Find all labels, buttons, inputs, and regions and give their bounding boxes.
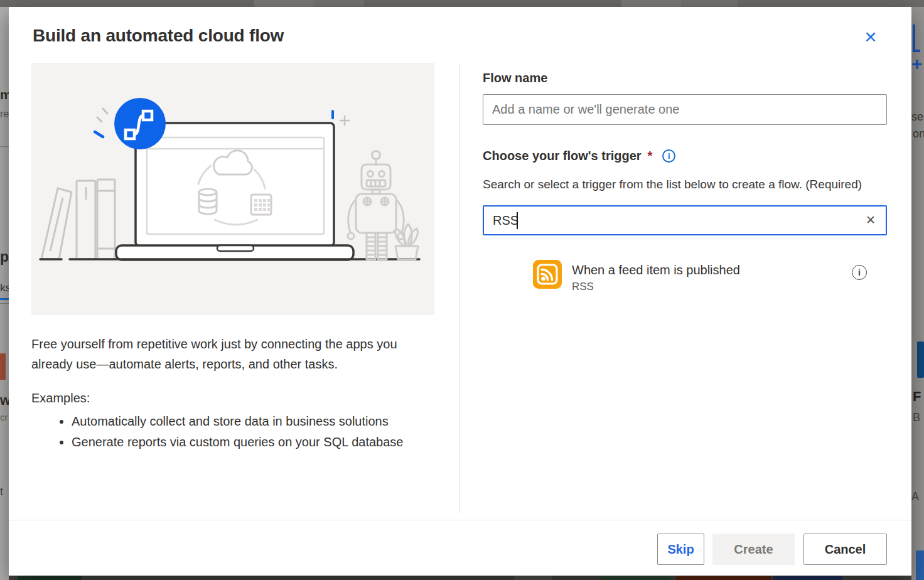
background-tile-fragment xyxy=(514,575,552,580)
background-plus-icon: + xyxy=(911,53,923,75)
background-divider xyxy=(0,303,9,304)
trigger-help-text: Search or select a trigger from the list… xyxy=(483,178,862,191)
background-tile-fragment xyxy=(601,575,670,580)
background-icon-fragment xyxy=(913,24,920,52)
examples-list: Automatically collect and store data in … xyxy=(72,411,436,453)
background-button-fragment xyxy=(916,550,924,580)
background-left-strip: m re p ks w cr t xyxy=(0,7,9,580)
required-asterisk: * xyxy=(648,149,653,163)
background-selected-tab-indicator xyxy=(0,298,9,300)
background-bottom-strip xyxy=(9,575,911,580)
background-column-seam xyxy=(314,0,364,7)
dialog-description: Free yourself from repetitive work just … xyxy=(31,334,428,374)
example-item: Generate reports via custom queries on y… xyxy=(72,432,436,452)
illustration-graphic xyxy=(31,63,434,315)
cancel-button[interactable]: Cancel xyxy=(803,534,887,565)
background-text-fragment: F xyxy=(913,389,921,405)
background-text-fragment: t xyxy=(0,485,3,498)
background-tile-fragment xyxy=(18,575,82,580)
trigger-result-row[interactable]: When a feed item is published RSS i xyxy=(483,258,887,298)
create-button[interactable]: Create xyxy=(712,534,795,565)
trigger-label: Choose your flow's trigger xyxy=(483,149,642,163)
background-text-fragment: re xyxy=(0,109,9,120)
background-text-fragment: B xyxy=(913,411,920,424)
automation-illustration xyxy=(31,63,434,315)
background-right-strip: + ses on F B A xyxy=(911,7,924,580)
build-automated-cloud-flow-dialog: Build an automated cloud flow ✕ xyxy=(9,7,911,576)
flow-name-input[interactable] xyxy=(483,94,887,125)
trigger-result-title: When a feed item is published xyxy=(572,263,740,277)
trigger-result-subtitle: RSS xyxy=(572,281,594,293)
background-text-fragment: ses xyxy=(911,110,924,124)
examples-label: Examples: xyxy=(31,391,90,405)
background-button-fragment xyxy=(917,341,924,378)
background-tile-fragment xyxy=(773,575,842,580)
trigger-search-box: ✕ xyxy=(483,205,887,235)
info-icon[interactable]: i xyxy=(662,149,675,163)
clear-search-icon[interactable]: ✕ xyxy=(862,212,879,229)
rss-icon xyxy=(533,260,562,289)
background-divider xyxy=(0,146,9,147)
background-column-seam xyxy=(254,0,314,7)
example-item: Automatically collect and store data in … xyxy=(72,411,436,431)
dialog-title: Build an automated cloud flow xyxy=(33,26,284,46)
background-column-seam xyxy=(681,0,738,7)
footer-divider xyxy=(9,520,911,520)
background-tile-fragment xyxy=(676,575,771,580)
background-top-strip xyxy=(0,0,924,7)
background-text-fragment: p xyxy=(0,249,9,266)
background-image-fragment xyxy=(0,353,6,380)
background-text-fragment: on xyxy=(913,127,924,141)
text-caret xyxy=(517,212,518,229)
background-text-fragment: cr xyxy=(0,412,8,422)
flow-badge-icon xyxy=(114,98,166,149)
trigger-label-row: Choose your flow's trigger * i xyxy=(483,149,675,163)
flow-name-label: Flow name xyxy=(483,71,547,85)
trigger-search-input[interactable] xyxy=(484,207,886,234)
background-column-seam xyxy=(621,0,681,7)
background-text-fragment: A xyxy=(911,490,919,503)
pane-divider xyxy=(459,63,459,513)
result-info-icon[interactable]: i xyxy=(852,265,867,280)
skip-button[interactable]: Skip xyxy=(657,534,704,565)
close-icon[interactable]: ✕ xyxy=(860,26,881,48)
